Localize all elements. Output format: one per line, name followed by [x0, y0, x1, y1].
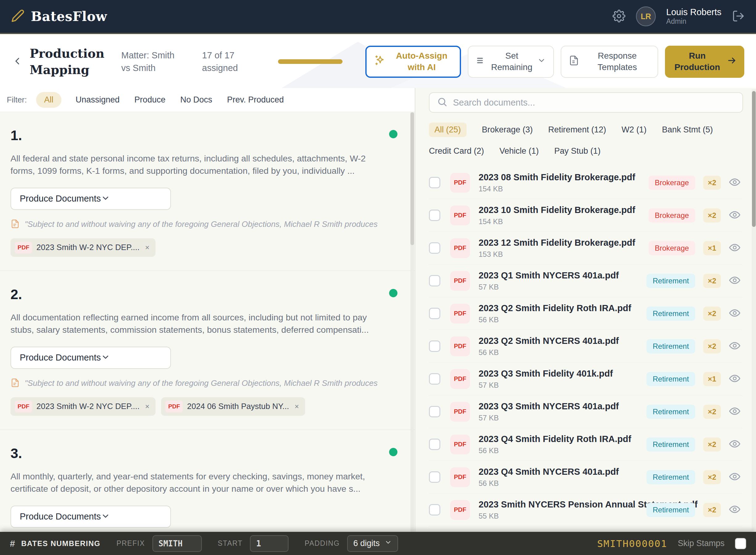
request-description: All monthly, quarterly, and year-end sta…	[10, 470, 390, 495]
document-checkbox[interactable]	[429, 471, 440, 483]
logout-button[interactable]	[732, 9, 745, 24]
scrollbar-thumb[interactable]	[410, 112, 414, 245]
status-dot	[389, 130, 397, 138]
chevron-down-icon	[101, 352, 110, 363]
response-templates-button[interactable]: Response Templates	[561, 46, 658, 78]
document-size: 57 KB	[479, 283, 619, 291]
document-search[interactable]	[429, 92, 743, 113]
action-select[interactable]: Produce Documents	[10, 347, 171, 369]
tab-credit-card-2[interactable]: Credit Card (2)	[429, 144, 484, 158]
pdf-badge: PDF	[15, 401, 32, 413]
arrow-right-icon	[727, 55, 737, 68]
document-row[interactable]: PDF 2023 Q2 Smith NYCERS 401a.pdf 56 KB …	[429, 330, 743, 363]
category-badge: Retirement	[647, 437, 695, 452]
assigned-documents: PDF 2023 Smith W-2 NYC DEP.... ×	[10, 238, 393, 257]
set-remaining-label: Set Remaining	[491, 50, 533, 73]
document-checkbox[interactable]	[429, 275, 440, 287]
filter-chip-prev-produced[interactable]: Prev. Produced	[226, 92, 284, 108]
preview-button[interactable]	[729, 209, 741, 222]
preview-button[interactable]	[729, 373, 741, 385]
tab-all-25[interactable]: All (25)	[429, 123, 466, 137]
preview-button[interactable]	[729, 307, 741, 320]
document-name: 2023 Q4 Smith NYCERS 401a.pdf	[479, 467, 619, 477]
filter-chip-produce[interactable]: Produce	[134, 92, 166, 108]
padding-select[interactable]: 6 digits	[347, 535, 398, 552]
skip-stamps-checkbox[interactable]	[735, 538, 746, 549]
back-button[interactable]	[12, 55, 23, 68]
category-badge: Retirement	[647, 470, 695, 484]
document-row[interactable]: PDF 2023 Q2 Smith Fidelity Roth IRA.pdf …	[429, 297, 743, 330]
tab-pay-stub-1[interactable]: Pay Stub (1)	[554, 144, 601, 158]
requests-scrollbar[interactable]	[410, 112, 414, 532]
tab-w2-1[interactable]: W2 (1)	[621, 123, 647, 137]
usage-count-badge: ×2	[703, 208, 721, 222]
document-checkbox[interactable]	[429, 210, 440, 221]
document-row[interactable]: PDF 2023 10 Smith Fidelity Brokerage.pdf…	[429, 199, 743, 232]
document-checkbox[interactable]	[429, 373, 440, 385]
document-row[interactable]: PDF 2023 12 Smith Fidelity Brokerage.pdf…	[429, 232, 743, 264]
filter-chip-all[interactable]: All	[36, 92, 61, 108]
tab-retirement-12[interactable]: Retirement (12)	[548, 123, 606, 137]
document-name: 2023 Q2 Smith NYCERS 401a.pdf	[479, 336, 619, 346]
usage-count-badge: ×1	[703, 372, 721, 386]
document-checkbox[interactable]	[429, 308, 440, 319]
remove-document-icon[interactable]: ×	[145, 402, 149, 411]
prefix-input[interactable]	[152, 535, 202, 552]
document-row[interactable]: PDF 2023 08 Smith Fidelity Brokerage.pdf…	[429, 166, 743, 199]
usage-count-badge: ×1	[703, 241, 721, 255]
preview-button[interactable]	[729, 471, 741, 483]
request-number: 1.	[10, 127, 393, 143]
request-number: 2.	[10, 287, 393, 302]
run-production-button[interactable]: Run Production	[665, 46, 744, 78]
preview-button[interactable]	[729, 340, 741, 352]
start-input[interactable]	[250, 535, 288, 552]
filter-chip-unassigned[interactable]: Unassigned	[75, 92, 120, 108]
remove-document-icon[interactable]: ×	[295, 402, 299, 411]
set-remaining-button[interactable]: Set Remaining	[468, 46, 554, 78]
preview-button[interactable]	[729, 438, 741, 451]
documents-scrollbar[interactable]	[752, 89, 756, 530]
document-checkbox[interactable]	[429, 439, 440, 450]
document-checkbox[interactable]	[429, 340, 440, 352]
search-icon	[437, 97, 447, 108]
document-row[interactable]: PDF 2023 Smith NYCERS Pension Annual Sta…	[429, 494, 743, 526]
tab-vehicle-1[interactable]: Vehicle (1)	[499, 144, 539, 158]
document-checkbox[interactable]	[429, 406, 440, 417]
requests-list: 1. All federal and state personal income…	[0, 112, 415, 532]
remove-document-icon[interactable]: ×	[145, 243, 149, 252]
document-chip[interactable]: PDF 2023 Smith W-2 NYC DEP.... ×	[10, 397, 155, 416]
auto-assign-ai-button[interactable]: Auto-Assign with AI	[365, 46, 461, 78]
chevron-down-icon	[101, 511, 110, 522]
document-chip[interactable]: PDF 2024 06 Smith Paystub NY... ×	[161, 397, 305, 416]
document-row[interactable]: PDF 2023 Q4 Smith NYCERS 401a.pdf 56 KB …	[429, 461, 743, 494]
preview-button[interactable]	[729, 274, 741, 287]
settings-button[interactable]	[613, 9, 625, 24]
tab-bank-stmt-5[interactable]: Bank Stmt (5)	[662, 123, 713, 137]
action-select[interactable]: Produce Documents	[10, 188, 171, 210]
document-checkbox[interactable]	[429, 177, 440, 188]
document-row[interactable]: PDF 2023 Q3 Smith Fidelity 401k.pdf 57 K…	[429, 363, 743, 395]
document-checkbox[interactable]	[429, 242, 440, 254]
preview-button[interactable]	[729, 242, 741, 254]
action-select[interactable]: Produce Documents	[10, 506, 171, 528]
category-badge: Retirement	[647, 339, 695, 353]
scrollbar-thumb[interactable]	[752, 91, 756, 227]
document-row[interactable]: PDF 2023 Q4 Smith Fidelity Roth IRA.pdf …	[429, 428, 743, 461]
filter-chip-no-docs[interactable]: No Docs	[180, 92, 213, 108]
avatar[interactable]: LR	[636, 6, 656, 26]
document-row[interactable]: PDF 2023 Q3 Smith NYCERS 401a.pdf 57 KB …	[429, 395, 743, 428]
usage-count-badge: ×2	[703, 274, 721, 288]
search-input[interactable]	[453, 97, 735, 108]
preview-button[interactable]	[729, 176, 741, 189]
document-checkbox[interactable]	[429, 504, 440, 515]
eye-icon	[729, 242, 741, 254]
document-chip[interactable]: PDF 2023 Smith W-2 NYC DEP.... ×	[10, 238, 155, 257]
preview-button[interactable]	[729, 504, 741, 516]
preview-button[interactable]	[729, 405, 741, 418]
tab-brokerage-3[interactable]: Brokerage (3)	[482, 123, 533, 137]
document-row[interactable]: PDF 2023 Q1 Smith NYCERS 401a.pdf 57 KB …	[429, 264, 743, 297]
document-row[interactable]: PDF 2023 Smith W-2 NYC DEP.pdf 51 KB W2 …	[429, 526, 743, 532]
start-label: START	[218, 539, 243, 548]
pdf-badge: PDF	[450, 402, 470, 422]
hash-icon: #	[10, 538, 15, 549]
